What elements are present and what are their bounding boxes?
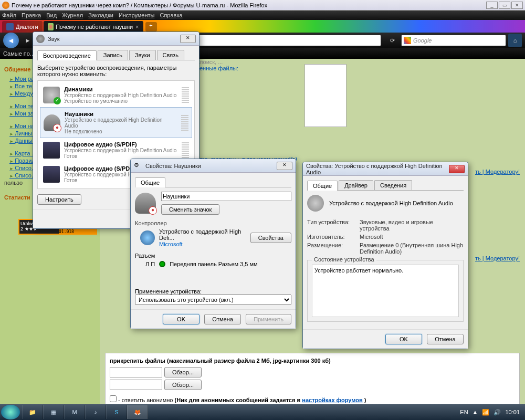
menu-file[interactable]: Файл <box>2 12 16 18</box>
status-text: Устройство работает нормально. <box>314 267 403 274</box>
lr-label: Л П <box>145 261 155 267</box>
file-input[interactable] <box>110 367 162 377</box>
browse-button[interactable]: Обзор... <box>164 367 202 377</box>
taskbar-skype[interactable]: S <box>106 405 127 419</box>
menu-view[interactable]: Вид <box>46 12 57 18</box>
taskbar-firefox[interactable]: 🦊 <box>127 405 148 419</box>
taskbar-app[interactable]: M <box>64 405 85 419</box>
anon-checkbox[interactable] <box>110 395 117 402</box>
menu-help[interactable]: Справка <box>160 12 182 18</box>
controller-props-button[interactable]: Свойства <box>250 233 291 243</box>
system-tray[interactable]: EN ▲ 📶 🔊 10:01 <box>460 409 524 416</box>
menu-history[interactable]: Журнал <box>62 12 83 18</box>
menu-tools[interactable]: Инструменты <box>119 12 155 18</box>
tab-record[interactable]: Запись <box>98 50 128 60</box>
close-button[interactable]: ✕ <box>277 162 292 170</box>
device-name: Устройство с поддержкой High Definition … <box>329 200 453 206</box>
tray-flag-icon[interactable]: ▲ <box>472 409 478 415</box>
tab-general[interactable]: Общие <box>135 177 165 187</box>
firefox-icon <box>2 2 9 9</box>
dev-desc: Устройство с поддержкой High Definition … <box>64 92 177 98</box>
tab-general[interactable]: Общие <box>307 181 338 191</box>
sound-tabs: Воспроизведение Запись Звуки Связь <box>37 50 195 60</box>
tab-dialogs[interactable]: Диалоги <box>2 21 43 33</box>
home-button[interactable]: ⌂ <box>508 34 522 47</box>
status-group-label: Состояние устройства <box>312 256 376 262</box>
device-headphones[interactable]: Наушники Устройство с поддержкой High De… <box>40 107 192 138</box>
tab-strip: Диалоги Почему не работают наушники че..… <box>0 20 525 33</box>
dev-name: Наушники <box>65 111 93 117</box>
headphone-props-dialog: ⚙ Свойства: Наушники ✕ Общие Сменить зна… <box>130 159 296 329</box>
device-name-input[interactable] <box>161 192 291 201</box>
sound-titlebar[interactable]: Звук ✕ <box>33 32 199 46</box>
tab-sounds[interactable]: Звуки <box>129 50 156 60</box>
close-tab-icon[interactable]: × <box>135 24 139 30</box>
tab-label: Диалоги <box>16 24 38 30</box>
reload-button[interactable]: ⟳ <box>385 34 399 47</box>
spdif-icon <box>43 142 60 159</box>
apply-button[interactable]: Применить <box>246 314 291 324</box>
umama-icon <box>48 23 54 30</box>
menu-bookmarks[interactable]: Закладки <box>88 12 113 18</box>
window-title: Почему не работают наушники через комп? … <box>12 2 485 8</box>
usage-select[interactable]: Использовать это устройство (вкл.) <box>135 295 291 305</box>
attach-label: прикрепить файлы (максимальный размер фа… <box>110 358 331 364</box>
hd-titlebar[interactable]: Свойства: Устройство с поддержкой High D… <box>303 162 468 176</box>
loc-value: Размещение 0 (Внутренняя шина High Defin… <box>360 242 464 255</box>
attached-label: енные файлы: <box>200 65 520 71</box>
taskbar-explorer[interactable]: 📁 <box>22 405 43 419</box>
device-speakers[interactable]: Динамики Устройство с поддержкой High De… <box>40 83 192 107</box>
taskbar-app[interactable]: ▦ <box>43 405 64 419</box>
browse-button[interactable]: Обзор... <box>164 380 202 390</box>
start-button[interactable] <box>1 405 20 419</box>
tab-driver[interactable]: Драйвер <box>339 180 373 190</box>
attach-area: прикрепить файлы (максимальный размер фа… <box>105 353 520 404</box>
dialog-title: Звук <box>48 36 180 42</box>
attachment-thumbnail[interactable] <box>304 64 346 127</box>
firefox-menubar[interactable]: Файл Правка Вид Журнал Закладки Инструме… <box>0 10 525 20</box>
dev-name: Динамики <box>64 86 93 92</box>
ok-button[interactable]: OK <box>163 314 200 324</box>
maximize-button[interactable]: ▭ <box>499 2 510 9</box>
tray-clock[interactable]: 10:01 <box>505 409 520 415</box>
type-label: Тип устройства: <box>307 219 360 232</box>
file-input[interactable] <box>110 380 162 390</box>
sound-icon <box>36 35 45 43</box>
spdif-icon <box>43 166 60 183</box>
status-textarea[interactable]: Устройство работает нормально. <box>312 265 459 317</box>
cancel-button[interactable]: Отмена <box>204 314 241 324</box>
tab-umama[interactable]: Почему не работают наушники че... × <box>44 21 143 33</box>
mod-link[interactable]: ть | Модератору! <box>475 255 520 261</box>
dev-name: Цифровое аудио (S/PDIF) <box>64 141 137 148</box>
tab-comm[interactable]: Связь <box>157 50 184 60</box>
type-value: Звуковые, видео и игровые устройства <box>360 219 464 232</box>
taskbar-app[interactable]: ♪ <box>85 405 106 419</box>
tray-lang[interactable]: EN <box>460 409 468 415</box>
bookmarks-most[interactable]: Самые по... <box>3 50 35 57</box>
close-window-button[interactable]: ✕ <box>511 2 523 9</box>
jack-label: Передняя панель Разъем 3,5 мм <box>170 261 257 267</box>
search-bar[interactable]: Google <box>401 35 506 46</box>
controller-vendor-link[interactable]: Microsoft <box>159 241 246 247</box>
dev-name: Цифровое аудио (S/PDIF) <box>64 165 137 172</box>
new-tab-button[interactable]: + <box>145 22 157 32</box>
menu-edit[interactable]: Правка <box>22 12 41 18</box>
configure-button[interactable]: Настроить <box>37 194 81 205</box>
mfg-value: Microsoft <box>360 234 464 240</box>
hp-titlebar[interactable]: ⚙ Свойства: Наушники ✕ <box>131 159 296 173</box>
minimize-button[interactable]: _ <box>486 2 498 9</box>
tray-network-icon[interactable]: 📶 <box>482 409 489 416</box>
tray-volume-icon[interactable]: 🔊 <box>494 409 501 416</box>
tab-playback[interactable]: Воспроизведение <box>37 50 97 60</box>
close-button[interactable]: ✕ <box>180 35 196 43</box>
ok-button[interactable]: OK <box>385 334 422 344</box>
back-button[interactable]: ◄ <box>3 33 19 48</box>
forum-settings-link[interactable]: настройках форумов <box>302 397 362 403</box>
jack-indicator-icon <box>159 261 165 267</box>
change-icon-button[interactable]: Сменить значок <box>161 204 219 215</box>
tab-details[interactable]: Сведения <box>374 180 412 190</box>
close-button[interactable]: ✕ <box>449 165 465 173</box>
cancel-button[interactable]: Отмена <box>427 334 464 344</box>
hdaudio-props-dialog: Свойства: Устройство с поддержкой High D… <box>302 162 468 349</box>
mod-link[interactable]: ть | Модератору! <box>475 169 520 175</box>
